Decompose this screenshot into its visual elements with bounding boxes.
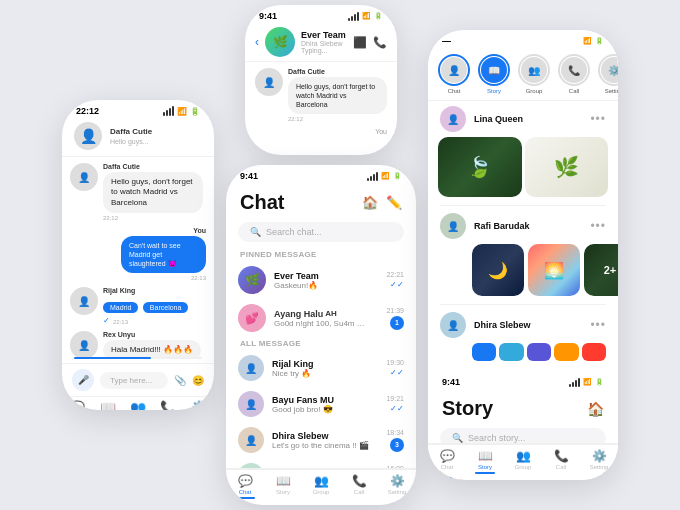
story-nav-row: 👤 Chat 📖 Story 👥 Group bbox=[428, 48, 618, 101]
story-thumb[interactable]: 🍃 bbox=[438, 137, 522, 197]
nav-label: Setting bbox=[388, 489, 407, 495]
avatar: 👤 bbox=[440, 312, 466, 338]
chat-time: 22:21 bbox=[386, 271, 404, 278]
chat-list-header: Chat 🏠 ✏️ bbox=[226, 183, 416, 218]
conversation-header: 👤 Daffa Cutie Hello guys... bbox=[62, 118, 214, 157]
chat-name: Rijal King bbox=[272, 359, 378, 369]
story-nav-avatar[interactable]: 👤 Chat bbox=[438, 54, 470, 94]
chat-item[interactable]: 👤 Rijal King Nice try 🔥 19:30 ✓✓ bbox=[226, 350, 416, 386]
chat-name: Ayang Halu AH bbox=[274, 309, 378, 319]
color-tab[interactable] bbox=[554, 343, 578, 361]
story-nav-avatar-group[interactable]: 👥 Group bbox=[518, 54, 550, 94]
contact-preview: Hello guys... bbox=[110, 138, 152, 145]
group-nav-icon: 👥 bbox=[314, 474, 329, 488]
msg-time: 22:12 bbox=[288, 116, 387, 122]
message-row: 👤 Rex Unyu Hala Madrid!!! 🔥🔥🔥 22:14 bbox=[70, 331, 206, 357]
story-nav-avatar-call[interactable]: 📞 Call bbox=[558, 54, 590, 94]
back-button[interactable]: ‹ bbox=[255, 35, 259, 49]
story-thumb[interactable]: 🌙 bbox=[472, 244, 524, 296]
bubble: Hello guys, don't forget to watch Madrid… bbox=[288, 77, 387, 114]
chat-nav-icon: 💬 bbox=[69, 400, 85, 410]
battery-icon: 🔋 bbox=[374, 12, 383, 20]
story-thumb[interactable]: 🌿 bbox=[525, 137, 609, 197]
avatar: 👤 bbox=[255, 68, 283, 96]
message-input[interactable]: Type here... bbox=[100, 372, 168, 389]
video-icon[interactable]: ⬛ bbox=[353, 36, 367, 49]
search-placeholder: Search story... bbox=[468, 433, 525, 443]
home-icon[interactable]: 🏠 bbox=[587, 401, 604, 417]
chat-item[interactable]: 🌿 Ever Team Gaskeun!🔥 22:21 ✓✓ bbox=[226, 261, 416, 299]
story-thumb-count[interactable]: 2+ bbox=[584, 244, 618, 296]
chat-time: 19:21 bbox=[386, 395, 404, 402]
progress-bar bbox=[74, 357, 151, 359]
nav-item-call[interactable]: 📞 Call bbox=[542, 449, 580, 474]
chat-time: 19:30 bbox=[386, 359, 404, 366]
nav-label: Call bbox=[354, 489, 364, 495]
msg-sender: Daffa Cutie bbox=[288, 68, 387, 75]
avatar: 💕 bbox=[238, 304, 266, 332]
search-icon: 🔍 bbox=[250, 227, 261, 237]
color-tab[interactable] bbox=[472, 343, 496, 361]
emoji-icon[interactable]: 😊 bbox=[192, 375, 204, 386]
nav-item-story[interactable]: 📖 Story bbox=[92, 400, 122, 410]
message-row: You Can't wait to see Madrid get slaught… bbox=[70, 227, 206, 281]
nav-item-chat[interactable]: 💬 Chat bbox=[226, 474, 264, 499]
call-icon[interactable]: 📞 bbox=[373, 36, 387, 49]
time-2: 9:41 bbox=[259, 11, 277, 21]
color-tab[interactable] bbox=[499, 343, 523, 361]
story-thumb[interactable]: 🌅 bbox=[528, 244, 580, 296]
time-1: 22:12 bbox=[76, 106, 99, 116]
nav-label: Setting bbox=[590, 464, 609, 470]
story-nav-icon: 📖 bbox=[478, 449, 493, 463]
nav-item-story[interactable]: 📖 Story bbox=[466, 449, 504, 474]
search-bar[interactable]: 🔍 Search chat... bbox=[238, 222, 404, 242]
avatar: 👤 bbox=[440, 213, 466, 239]
attach-icon[interactable]: 📎 bbox=[174, 375, 186, 386]
phone-conversation: 22:12 📶 🔋 👤 Daffa Cutie Hello guys... bbox=[62, 100, 214, 410]
typing-bar: 🎤 Type here... 📎 😊 bbox=[62, 363, 214, 396]
status-bar-2: 9:41 📶 🔋 bbox=[245, 5, 397, 23]
nav-item-chat[interactable]: 💬 Chat bbox=[428, 449, 466, 474]
nav-item-setting[interactable]: ⚙️ Setting bbox=[378, 474, 416, 499]
chat-item[interactable]: 👤 Bayu Fans MU Good job bro! 😎 19:21 ✓✓ bbox=[226, 386, 416, 422]
nav-item-call[interactable]: 📞 Call bbox=[340, 474, 378, 499]
chat-nav-icon: 💬 bbox=[440, 449, 455, 463]
color-tab[interactable] bbox=[582, 343, 606, 361]
nav-item-group[interactable]: 👥 Group bbox=[123, 400, 153, 410]
nav-item-group[interactable]: 👥 Group bbox=[302, 474, 340, 499]
you-label: You bbox=[245, 128, 397, 135]
options-icon[interactable]: ••• bbox=[590, 219, 606, 233]
unread-badge: 3 bbox=[390, 438, 404, 452]
wifi-icon: 📶 bbox=[177, 107, 187, 116]
story-nav-avatar-setting[interactable]: ⚙️ Setting bbox=[598, 54, 618, 94]
story-nav-label: Setting bbox=[605, 88, 618, 94]
battery-icon: 🔋 bbox=[190, 107, 200, 116]
chat-list-title: Chat bbox=[240, 191, 284, 214]
nav-item-setting[interactable]: ⚙️ Setting bbox=[580, 449, 618, 474]
message-row: 👤 Daffa Cutie Hello guys, don't forget t… bbox=[70, 163, 206, 221]
options-icon[interactable]: ••• bbox=[590, 112, 606, 126]
phone-story: — 📶 🔋 👤 Chat 📖 Story bbox=[428, 30, 618, 480]
nav-item-story[interactable]: 📖 Story bbox=[264, 474, 302, 499]
nav-item-chat[interactable]: 💬 Chat bbox=[62, 400, 92, 410]
color-tab[interactable] bbox=[527, 343, 551, 361]
nav-active-indicator bbox=[235, 497, 255, 499]
setting-nav-icon: ⚙️ bbox=[592, 449, 607, 463]
nav-item-call[interactable]: 📞 Call bbox=[153, 400, 183, 410]
nav-item-setting[interactable]: ⚙️ Setting bbox=[184, 400, 214, 410]
chat-item[interactable]: 💕 Ayang Halu AH Go0d n!ght 100, Su4m 😴😴😴… bbox=[226, 299, 416, 337]
options-icon[interactable]: ••• bbox=[590, 318, 606, 332]
bubble: Hala Madrid!!! 🔥🔥🔥 bbox=[103, 340, 201, 357]
story-nav-avatar-story[interactable]: 📖 Story bbox=[478, 54, 510, 94]
home-icon[interactable]: 🏠 bbox=[362, 195, 378, 210]
wifi-icon: 📶 bbox=[381, 172, 390, 180]
mic-button[interactable]: 🎤 bbox=[72, 369, 94, 391]
nav-item-group[interactable]: 👥 Group bbox=[504, 449, 542, 474]
chat-item[interactable]: 👤 Dhira Slebew Let's go to the cinema !!… bbox=[226, 422, 416, 458]
read-check: ✓✓ bbox=[390, 404, 404, 413]
msg-time: 22:13 bbox=[191, 275, 206, 281]
msg-sender: Daffa Cutie bbox=[103, 163, 203, 170]
group-avatar: 🌿 bbox=[265, 27, 295, 57]
compose-icon[interactable]: ✏️ bbox=[386, 195, 402, 210]
status-icons-1: 📶 🔋 bbox=[163, 106, 200, 116]
